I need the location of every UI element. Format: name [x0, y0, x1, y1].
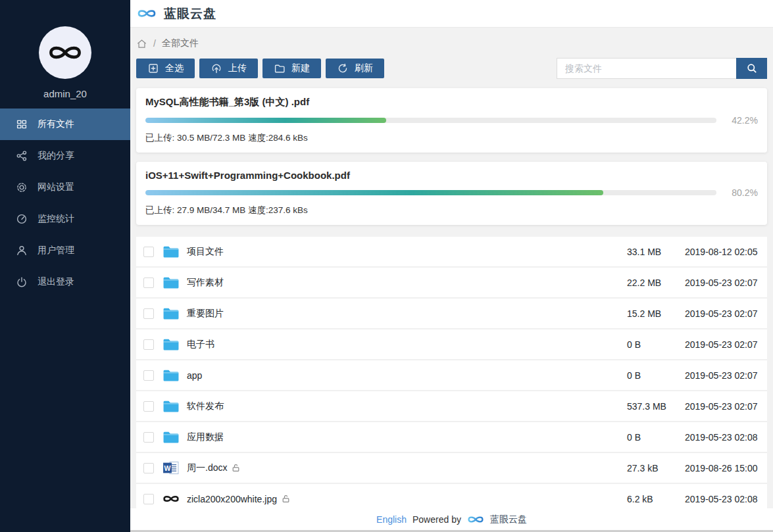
select-all-button[interactable]: 全选 — [136, 59, 195, 78]
file-size: 0 B — [627, 370, 685, 381]
row-checkbox[interactable] — [143, 370, 154, 381]
footer: English Powered by 蓝眼云盘 — [130, 508, 773, 532]
file-name[interactable]: 重要图片 — [187, 308, 224, 320]
file-row[interactable]: app0 B2019-05-23 02:07 — [136, 360, 767, 391]
file-row[interactable]: 软件发布537.3 MB2019-05-23 02:07 — [136, 391, 767, 422]
file-list: 项目文件33.1 MB2019-08-12 02:05写作素材22.2 MB20… — [136, 237, 767, 515]
search-input[interactable] — [557, 58, 736, 79]
file-row[interactable]: 重要图片15.2 MB2019-05-23 02:07 — [136, 299, 767, 329]
file-date: 2019-05-23 02:07 — [685, 401, 759, 412]
file-size: 0 B — [627, 432, 685, 443]
sidebar-item-user-management[interactable]: 用户管理 — [0, 235, 130, 266]
file-date: 2019-05-23 02:07 — [685, 278, 759, 288]
row-checkbox[interactable] — [143, 247, 154, 257]
language-link[interactable]: English — [376, 514, 407, 525]
file-name[interactable]: 应用数据 — [187, 431, 224, 443]
file-name[interactable]: app — [187, 370, 202, 381]
row-checkbox[interactable] — [143, 494, 154, 504]
folder-icon — [162, 368, 180, 382]
svg-text:W: W — [164, 464, 171, 472]
user-icon — [16, 245, 28, 256]
upload-icon — [211, 62, 222, 74]
file-name-text: 软件发布 — [187, 400, 224, 412]
refresh-icon — [337, 62, 349, 74]
row-checkbox[interactable] — [143, 339, 154, 350]
folder-icon — [162, 399, 180, 413]
sidebar-item-logout[interactable]: 退出登录 — [0, 266, 130, 298]
file-name[interactable]: 电子书 — [187, 339, 214, 351]
file-row[interactable]: 电子书0 B2019-05-23 02:07 — [136, 329, 767, 360]
sidebar: admin_20 所有文件我的分享网站设置监控统计用户管理退出登录 — [0, 0, 130, 532]
upload-card: iOS+11+Swift+Programming+Cookbook.pdf80.… — [136, 162, 767, 225]
file-size: 6.2 kB — [627, 494, 685, 504]
file-size: 27.3 kB — [627, 463, 685, 473]
new-folder-button[interactable]: 新建 — [262, 59, 321, 78]
sidebar-item-label: 退出登录 — [37, 276, 74, 288]
folder-icon — [162, 276, 180, 289]
toolbar: 全选上传新建刷新 — [136, 58, 767, 79]
file-date: 2019-05-23 02:08 — [685, 432, 759, 443]
file-date: 2019-05-23 02:07 — [685, 339, 759, 350]
brand-infinity-icon — [137, 7, 157, 20]
unlock-icon — [232, 464, 240, 472]
sidebar-item-my-shares[interactable]: 我的分享 — [0, 140, 130, 172]
breadcrumb: / 全部文件 — [136, 37, 767, 49]
refresh-button[interactable]: 刷新 — [326, 59, 384, 78]
upload-progress: 42.2% — [145, 115, 758, 126]
progress-fill — [145, 118, 386, 123]
breadcrumb-separator: / — [153, 38, 156, 49]
avatar[interactable] — [39, 26, 91, 79]
upload-button[interactable]: 上传 — [199, 59, 258, 78]
new-folder-icon — [274, 62, 286, 74]
progress-percent: 42.2% — [724, 115, 758, 126]
progress-percent: 80.2% — [724, 187, 758, 198]
file-size: 22.2 MB — [627, 278, 685, 288]
gauge-icon — [16, 213, 28, 225]
file-name[interactable]: zicla200x200white.jpg — [187, 494, 290, 504]
search-icon — [746, 62, 758, 74]
upload-file-name: MySQL高性能书籍_第3版 (中文) .pdf — [145, 96, 758, 109]
file-name-text: 周一.docx — [187, 462, 227, 474]
sidebar-item-label: 网站设置 — [37, 181, 74, 193]
file-name-text: app — [187, 370, 202, 381]
row-checkbox[interactable] — [143, 278, 154, 288]
username: admin_20 — [0, 88, 130, 99]
file-date: 2019-08-26 15:00 — [685, 463, 759, 473]
row-checkbox[interactable] — [143, 463, 154, 473]
sidebar-item-label: 所有文件 — [37, 118, 74, 130]
footer-brand: 蓝眼云盘 — [490, 514, 527, 525]
grid-icon — [16, 118, 28, 130]
search-button[interactable] — [736, 58, 767, 79]
unlock-icon — [282, 495, 290, 503]
upload-progress: 80.2% — [145, 187, 758, 198]
sidebar-item-monitor-stats[interactable]: 监控统计 — [0, 203, 130, 235]
file-row[interactable]: W周一.docx27.3 kB2019-08-26 15:00 — [136, 453, 767, 484]
sidebar-item-site-settings[interactable]: 网站设置 — [0, 172, 130, 203]
file-name[interactable]: 项目文件 — [187, 246, 224, 258]
file-name[interactable]: 写作素材 — [187, 277, 224, 289]
folder-icon — [162, 430, 180, 444]
file-date: 2019-05-23 02:07 — [685, 308, 759, 319]
home-icon[interactable] — [136, 38, 147, 49]
infinity-logo-icon — [47, 41, 83, 64]
gear-icon — [16, 181, 28, 193]
header: 蓝眼云盘 — [130, 0, 773, 28]
progress-fill — [145, 190, 603, 195]
file-row[interactable]: 项目文件33.1 MB2019-08-12 02:05 — [136, 237, 767, 268]
row-checkbox[interactable] — [143, 432, 154, 443]
file-name-text: 电子书 — [187, 339, 214, 351]
file-date: 2019-05-23 02:08 — [685, 494, 759, 504]
breadcrumb-current: 全部文件 — [162, 37, 199, 49]
file-date: 2019-05-23 02:07 — [685, 370, 759, 381]
file-name-text: 应用数据 — [187, 431, 224, 443]
row-checkbox[interactable] — [143, 308, 154, 319]
file-row[interactable]: 应用数据0 B2019-05-23 02:08 — [136, 422, 767, 453]
sidebar-item-all-files[interactable]: 所有文件 — [0, 109, 130, 140]
row-checkbox[interactable] — [143, 401, 154, 412]
powered-by-label: Powered by — [412, 514, 461, 525]
searchbox — [557, 58, 767, 79]
file-name[interactable]: 周一.docx — [187, 462, 240, 474]
file-row[interactable]: 写作素材22.2 MB2019-05-23 02:07 — [136, 268, 767, 299]
file-name-text: 项目文件 — [187, 246, 224, 258]
file-name[interactable]: 软件发布 — [187, 400, 224, 412]
